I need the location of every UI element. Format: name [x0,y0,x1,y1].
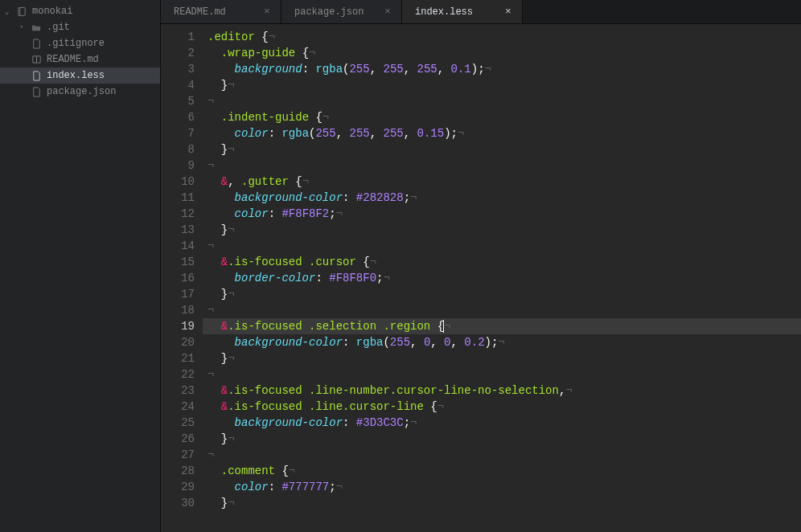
line-number: 4 [161,77,195,93]
tab-package-json[interactable]: package.json × [281,0,402,23]
line-number: 29 [161,479,195,495]
line-number: 6 [161,109,195,125]
line-number: 13 [161,222,195,238]
folder-icon [31,23,42,33]
code-line[interactable]: background-color: #3D3C3C;¬ [203,415,801,431]
tree-file-readme[interactable]: README.md [0,51,160,68]
tab-label: index.less [415,6,487,18]
code-line[interactable]: }¬ [203,495,801,511]
code-line[interactable]: ¬ [203,366,801,383]
repo-icon [16,6,27,17]
code-line[interactable]: background-color: #282828;¬ [203,190,801,206]
tab-label: package.json [294,6,366,18]
line-number: 15 [161,254,195,270]
code-line[interactable]: ¬ [203,158,801,174]
svg-rect-0 [18,7,24,15]
line-number: 19 [161,318,195,334]
line-number: 18 [161,302,195,318]
line-number: 25 [161,415,195,431]
file-icon [31,39,42,49]
line-number: 27 [161,447,195,463]
file-tree-sidebar: ⌄ monokai › .git .gitignore README.md [0,0,161,532]
line-number: 23 [161,383,195,399]
tab-bar: README.md × package.json × index.less × [161,0,801,24]
close-icon[interactable]: × [261,6,273,18]
line-number-gutter: 1234567891011121314151617181920212223242… [161,24,203,532]
code-line[interactable]: ¬ [203,93,801,109]
tree-item-label: README.md [47,54,99,65]
line-number: 5 [161,93,195,109]
line-number: 30 [161,495,195,511]
code-line[interactable]: ¬ [203,447,801,463]
tree-item-label: index.less [47,70,105,81]
line-number: 21 [161,350,195,366]
code-line[interactable]: &.is-focused .cursor {¬ [203,254,801,270]
code-line[interactable]: }¬ [203,141,801,158]
close-icon[interactable]: × [503,6,514,18]
tab-readme[interactable]: README.md × [161,0,281,23]
code-line[interactable]: }¬ [203,350,801,366]
close-icon[interactable]: × [382,6,393,18]
line-number: 17 [161,286,195,302]
code-content[interactable]: .editor {¬ .wrap-guide {¬ background: rg… [203,24,801,532]
line-number: 11 [161,190,195,206]
code-line[interactable]: }¬ [203,77,801,93]
code-line[interactable]: background: rgba(255, 255, 255, 0.1);¬ [203,61,801,77]
tree-item-label: .gitignore [47,38,105,49]
editor[interactable]: 1234567891011121314151617181920212223242… [161,24,801,532]
book-icon [31,55,42,65]
line-number: 24 [161,399,195,415]
tree-file-index-less[interactable]: index.less [0,68,160,84]
editor-main: README.md × package.json × index.less × … [161,0,801,532]
code-line[interactable]: background-color: rgba(255, 0, 0, 0.2);¬ [203,334,801,350]
tab-label: README.md [174,6,245,18]
code-line[interactable]: ¬ [203,238,801,254]
tree-item-label: package.json [47,86,116,97]
tree-root-label: monokai [32,6,72,17]
line-number: 28 [161,463,195,479]
line-number: 2 [161,45,195,61]
code-line[interactable]: }¬ [203,286,801,302]
chevron-down-icon: ⌄ [5,7,14,16]
line-number: 12 [161,206,195,222]
code-line[interactable]: }¬ [203,222,801,238]
code-line[interactable]: color: rgba(255, 255, 255, 0.15);¬ [203,125,801,141]
tree-item-label: .git [47,22,70,33]
code-line[interactable]: }¬ [203,431,801,447]
code-line[interactable]: &, .gutter {¬ [203,174,801,190]
code-line[interactable]: border-color: #F8F8F0;¬ [203,270,801,286]
code-line[interactable]: color: #777777;¬ [203,479,801,495]
line-number: 10 [161,174,195,190]
code-line[interactable]: .comment {¬ [203,463,801,479]
line-number: 3 [161,61,195,77]
code-line[interactable]: .indent-guide {¬ [203,109,801,125]
tree-folder-git[interactable]: › .git [0,19,160,35]
line-number: 1 [161,29,195,45]
line-number: 22 [161,366,195,383]
tree-root[interactable]: ⌄ monokai [0,3,160,19]
line-number: 26 [161,431,195,447]
code-line[interactable]: .editor {¬ [203,29,801,45]
code-line[interactable]: .wrap-guide {¬ [203,45,801,61]
line-number: 8 [161,141,195,158]
chevron-right-icon: › [19,23,29,31]
file-icon [31,71,42,81]
line-number: 14 [161,238,195,254]
line-number: 9 [161,158,195,174]
tab-index-less[interactable]: index.less × [402,0,523,23]
code-line[interactable]: color: #F8F8F2;¬ [203,206,801,222]
code-line[interactable]: &.is-focused .line.cursor-line {¬ [203,399,801,415]
line-number: 7 [161,125,195,141]
line-number: 20 [161,334,195,350]
code-line[interactable]: &.is-focused .selection .region {¬ [203,318,801,334]
code-line[interactable]: ¬ [203,302,801,318]
line-number: 16 [161,270,195,286]
code-line[interactable]: &.is-focused .line-number.cursor-line-no… [203,383,801,399]
file-icon [31,87,42,97]
tree-file-gitignore[interactable]: .gitignore [0,35,160,51]
tree-file-package-json[interactable]: package.json [0,84,160,100]
